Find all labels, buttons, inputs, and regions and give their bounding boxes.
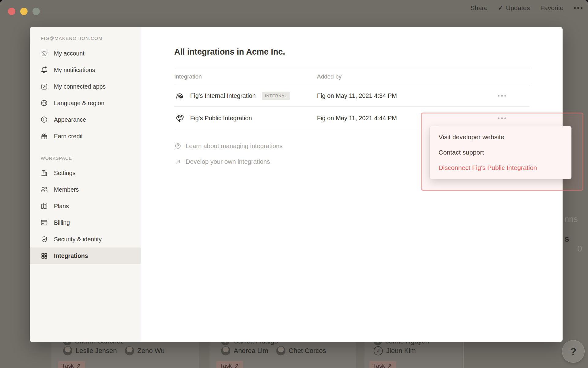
internal-badge: INTERNAL	[262, 92, 290, 100]
avatar	[276, 346, 285, 355]
row-more-options-icon[interactable]	[498, 95, 506, 97]
settings-dialog: FIG@MAKENOTION.COM My account	[30, 27, 563, 342]
sidebar-item-settings[interactable]: Settings	[30, 165, 141, 181]
sidebar-item-plans[interactable]: Plans	[30, 198, 141, 214]
member: J Jieun Kim	[374, 346, 416, 355]
sidebar-item-label: Security & identity	[54, 236, 102, 243]
sidebar-item-label: Language & region	[54, 100, 104, 107]
menu-item-visit-developer-website[interactable]: Visit developer website	[430, 129, 571, 145]
share-label: Share	[470, 4, 488, 12]
zoom-button[interactable]	[32, 8, 40, 15]
task-tag: Task	[216, 361, 243, 368]
integration-cell: Fig's Internal Integration INTERNAL	[174, 90, 317, 102]
added-by-value: Fig on May 11, 2021 4:34 PM	[317, 92, 397, 99]
sidebar-item-my-account[interactable]: My account	[30, 45, 141, 62]
sidebar-item-label: Members	[54, 186, 79, 193]
avatar	[125, 346, 134, 355]
integration-cell: Fig's Public Integration	[174, 113, 317, 124]
menu-item-disconnect-integration[interactable]: Disconnect Fig's Public Integration	[430, 160, 571, 175]
board-column-divider	[463, 341, 464, 368]
sidebar-item-label: Settings	[54, 170, 75, 177]
minimize-button[interactable]	[20, 8, 28, 15]
sidebar-item-label: Earn credit	[54, 133, 83, 140]
sidebar-item-integrations[interactable]: Integrations	[30, 247, 141, 264]
integration-name: Fig's Internal Integration	[190, 92, 256, 99]
column-header-integration: Integration	[174, 73, 317, 80]
develop-integrations-link[interactable]: Develop your own integrations	[174, 158, 270, 165]
moon-icon	[40, 115, 49, 124]
arrow-up-right-icon	[174, 158, 182, 165]
sidebar-item-label: Plans	[54, 203, 69, 210]
favorite-button[interactable]: Favorite	[540, 4, 564, 12]
column-header-added-by: Added by	[317, 73, 341, 80]
bell-icon	[40, 65, 49, 75]
member: Leslie Jensen	[63, 346, 117, 355]
sidebar-item-earn-credit[interactable]: Earn credit	[30, 128, 141, 144]
window-controls	[8, 8, 40, 15]
sidebar-item-label: Integrations	[54, 252, 88, 259]
hammer-icon	[387, 363, 393, 368]
more-options-icon[interactable]	[574, 7, 582, 9]
link-label: Develop your own integrations	[186, 158, 270, 165]
workspace-section-header: WORKSPACE	[30, 152, 141, 165]
row-more-options-icon[interactable]	[498, 117, 506, 119]
menu-item-contact-support[interactable]: Contact support	[430, 145, 571, 160]
member: Chet Corcos	[276, 346, 326, 355]
table-header: Integration Added by	[174, 68, 530, 85]
sidebar-item-my-notifications[interactable]: My notifications	[30, 62, 141, 78]
close-button[interactable]	[8, 8, 15, 15]
check-icon: ✓	[498, 4, 503, 12]
updates-label: Updates	[506, 4, 530, 12]
updates-button[interactable]: ✓ Updates	[498, 4, 530, 12]
person-name: Jieun Kim	[386, 347, 416, 355]
person-name: Zeno Wu	[138, 347, 165, 355]
sidebar-item-language-region[interactable]: Language & region	[30, 95, 141, 111]
map-icon	[40, 201, 49, 211]
hammer-icon	[76, 363, 81, 368]
gift-icon	[40, 132, 49, 141]
sidebar-item-label: My account	[54, 50, 85, 57]
avatar	[221, 346, 230, 355]
avatar	[63, 346, 72, 355]
member: Zeno Wu	[125, 346, 165, 355]
tag-label: Task	[373, 362, 385, 368]
task-tag: Task	[58, 361, 85, 368]
credit-card-icon	[40, 218, 49, 227]
sidebar-item-label: My notifications	[54, 67, 95, 74]
task-tag: Task	[369, 361, 396, 368]
rainbow-doodle-icon	[174, 90, 185, 102]
share-button[interactable]: Share	[470, 4, 488, 12]
notion-app-window: Share ✓ Updates Favorite Shawn Sanchez L…	[0, 0, 588, 368]
person-name: Chet Corcos	[289, 347, 326, 355]
fragment-count: 0	[577, 244, 582, 253]
sidebar-item-appearance[interactable]: Appearance	[30, 111, 141, 128]
globe-icon	[40, 98, 49, 108]
learn-integrations-link[interactable]: Learn about managing integrations	[174, 142, 283, 150]
shield-check-icon	[40, 235, 49, 244]
member: Andrea Lim	[221, 346, 268, 355]
favorite-label: Favorite	[540, 4, 564, 12]
integration-context-menu: Visit developer website Contact support …	[430, 126, 571, 179]
sidebar-item-billing[interactable]: Billing	[30, 214, 141, 231]
settings-sidebar: FIG@MAKENOTION.COM My account	[30, 27, 141, 342]
background-text-fragment: s 0	[564, 234, 588, 254]
card-members-row: Andrea Lim Chet Corcos	[221, 346, 330, 355]
page-title: All integrations in Acme Inc.	[174, 47, 285, 57]
fragment-bold: s	[564, 234, 569, 243]
external-link-icon	[40, 82, 49, 91]
koala-avatar-icon	[40, 49, 49, 58]
hammer-icon	[234, 363, 239, 368]
help-label: ?	[570, 346, 577, 358]
topbar-actions: Share ✓ Updates Favorite	[470, 4, 582, 12]
table-row: Fig's Internal Integration INTERNAL Fig …	[174, 85, 530, 107]
palette-doodle-icon	[174, 113, 185, 124]
sidebar-item-label: Billing	[54, 219, 70, 226]
sidebar-item-security-identity[interactable]: Security & identity	[30, 231, 141, 247]
help-button[interactable]: ?	[562, 340, 585, 363]
sidebar-item-members[interactable]: Members	[30, 181, 141, 198]
sidebar-item-my-connected-apps[interactable]: My connected apps	[30, 78, 141, 95]
people-icon	[40, 185, 49, 194]
card-members-row: J Jieun Kim	[374, 346, 420, 355]
integration-name: Fig's Public Integration	[190, 115, 252, 122]
grid-icon	[40, 251, 49, 260]
